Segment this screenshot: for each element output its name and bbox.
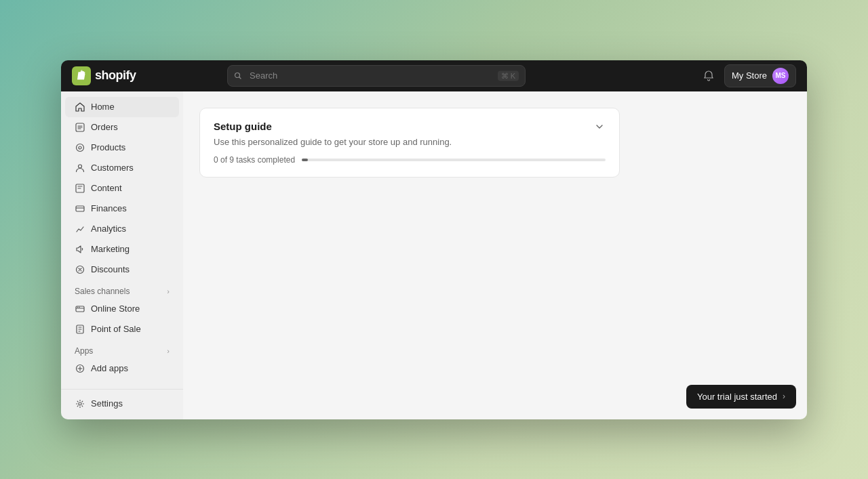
sidebar-item-marketing[interactable]: Marketing [65, 239, 179, 259]
progress-section: 0 of 9 tasks completed [214, 155, 606, 165]
apps-chevron-icon: › [167, 347, 170, 355]
content-area: Setup guide Use this personalized guide … [183, 91, 807, 419]
analytics-icon [75, 224, 85, 234]
sidebar-item-home[interactable]: Home [65, 97, 179, 117]
bell-icon [703, 70, 715, 82]
apps-label: Apps [75, 346, 93, 356]
sidebar-item-online-store-label: Online Store [91, 304, 140, 314]
orders-icon [75, 122, 85, 133]
sidebar-item-settings-label: Settings [91, 398, 123, 409]
sidebar-item-discounts-label: Discounts [91, 264, 130, 274]
topbar-right: My Store MS [700, 64, 796, 87]
pos-icon [75, 324, 85, 335]
trial-chevron-icon: › [783, 392, 785, 401]
apps-header[interactable]: Apps › [65, 339, 179, 358]
sales-channels-chevron-icon: › [167, 287, 170, 295]
search-icon [234, 72, 242, 80]
sidebar-item-analytics-label: Analytics [91, 224, 126, 234]
finances-icon [75, 203, 85, 214]
sidebar-item-customers[interactable]: Customers [65, 158, 179, 178]
search-shortcut: ⌘ K [498, 70, 519, 81]
sidebar-item-customers-label: Customers [91, 163, 134, 173]
sales-channels-label: Sales channels [75, 287, 130, 296]
avatar: MS [772, 68, 789, 84]
store-name: My Store [732, 70, 767, 81]
svg-point-14 [79, 402, 81, 405]
search-input[interactable] [227, 65, 526, 87]
sidebar-item-home-label: Home [91, 102, 115, 112]
sidebar-bottom: Settings [61, 389, 183, 414]
setup-guide-description: Use this personalized guide to get your … [214, 137, 606, 147]
discounts-icon [75, 264, 85, 275]
settings-icon [75, 398, 85, 409]
sidebar-item-orders[interactable]: Orders [65, 117, 179, 138]
sidebar-item-products[interactable]: Products [65, 138, 179, 158]
sidebar-item-content[interactable]: Content [65, 178, 179, 199]
sidebar-item-marketing-label: Marketing [91, 244, 130, 254]
content-icon [75, 183, 85, 194]
progress-bar-track [302, 159, 606, 161]
setup-guide-card: Setup guide Use this personalized guide … [199, 108, 620, 178]
sidebar-item-discounts[interactable]: Discounts [65, 259, 179, 280]
shopify-bag-icon [72, 66, 91, 85]
notifications-button[interactable] [700, 67, 717, 85]
setup-guide-title: Setup guide [214, 121, 272, 132]
sidebar-item-analytics[interactable]: Analytics [65, 219, 179, 239]
add-apps-icon [75, 363, 85, 374]
search-bar[interactable]: ⌘ K [227, 65, 526, 87]
sidebar-item-pos-label: Point of Sale [91, 324, 141, 334]
products-icon [75, 142, 85, 153]
sidebar: Home Orders Products [61, 91, 183, 419]
trial-banner-text: Your trial just started [697, 392, 777, 402]
sidebar-item-add-apps-label: Add apps [91, 363, 128, 373]
setup-guide-collapse-button[interactable] [593, 121, 606, 133]
home-icon [75, 102, 85, 112]
store-button[interactable]: My Store MS [724, 64, 796, 87]
svg-point-11 [79, 306, 80, 308]
customers-icon [75, 163, 85, 173]
sidebar-item-settings[interactable]: Settings [65, 394, 179, 414]
trial-banner[interactable]: Your trial just started › [686, 385, 796, 409]
sidebar-item-finances[interactable]: Finances [65, 199, 179, 219]
svg-point-4 [79, 146, 81, 149]
sidebar-item-orders-label: Orders [91, 122, 118, 132]
sidebar-item-add-apps[interactable]: Add apps [65, 358, 179, 379]
main-layout: Home Orders Products [61, 91, 807, 419]
sales-channels-header[interactable]: Sales channels › [65, 280, 179, 299]
svg-rect-7 [76, 206, 84, 211]
sidebar-item-point-of-sale[interactable]: Point of Sale [65, 319, 179, 339]
svg-point-3 [77, 144, 84, 151]
online-store-icon [75, 304, 85, 314]
marketing-icon [75, 244, 85, 255]
progress-bar-fill [302, 159, 308, 161]
chevron-down-icon [595, 122, 604, 131]
shopify-logo: shopify [72, 66, 136, 85]
sidebar-item-products-label: Products [91, 142, 125, 152]
logo-text: shopify [95, 68, 136, 83]
app-window: shopify ⌘ K My Store MS [61, 60, 807, 419]
sidebar-item-online-store[interactable]: Online Store [65, 299, 179, 319]
sidebar-item-finances-label: Finances [91, 203, 127, 213]
sidebar-item-content-label: Content [91, 183, 122, 193]
svg-point-5 [79, 165, 82, 168]
svg-point-10 [77, 306, 79, 308]
setup-guide-header: Setup guide [214, 121, 606, 133]
progress-text: 0 of 9 tasks completed [214, 155, 295, 165]
topbar: shopify ⌘ K My Store MS [61, 60, 807, 91]
